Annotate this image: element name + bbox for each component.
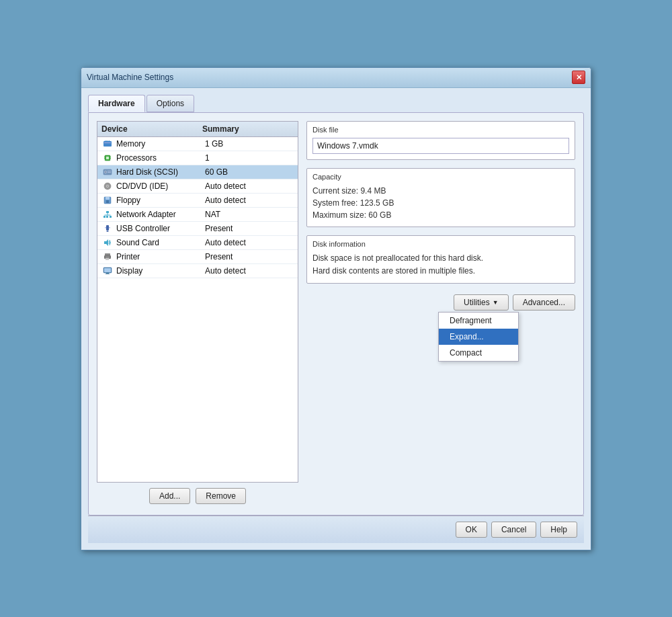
table-row[interactable]: Printer Present bbox=[97, 250, 298, 264]
advanced-button[interactable]: Advanced... bbox=[513, 294, 575, 311]
dropdown-arrow-icon: ▼ bbox=[493, 299, 499, 306]
svg-rect-41 bbox=[106, 274, 110, 274]
svg-rect-40 bbox=[106, 273, 109, 274]
device-summary: 1 bbox=[205, 153, 294, 163]
device-summary: Auto detect bbox=[205, 196, 294, 205]
svg-rect-34 bbox=[105, 253, 110, 255]
close-button[interactable]: ✕ bbox=[572, 71, 585, 84]
table-row[interactable]: USB Controller Present bbox=[97, 222, 298, 236]
svg-rect-10 bbox=[110, 157, 111, 157]
utilities-row: Utilities ▼ Advanced... Defragment Expan… bbox=[306, 292, 575, 313]
svg-rect-24 bbox=[103, 216, 106, 218]
remove-button[interactable]: Remove bbox=[196, 488, 246, 504]
device-name: Printer bbox=[116, 252, 205, 261]
disk-info-section: Disk information Disk space is not preal… bbox=[306, 235, 575, 284]
printer-icon bbox=[101, 252, 114, 261]
sound-icon bbox=[101, 238, 114, 247]
disk-info-label: Disk information bbox=[307, 236, 575, 249]
device-name: Display bbox=[116, 266, 205, 276]
svg-point-14 bbox=[105, 171, 106, 173]
disk-info-line1: Disk space is not preallocated for this … bbox=[312, 252, 569, 265]
harddisk-icon bbox=[101, 167, 114, 177]
cpu-icon bbox=[101, 153, 114, 163]
table-row[interactable]: Floppy Auto detect bbox=[97, 194, 298, 208]
col-summary-header: Summary bbox=[202, 124, 294, 134]
current-size-value: 9.4 MB bbox=[360, 186, 386, 196]
svg-rect-36 bbox=[106, 257, 110, 257]
device-summary: Present bbox=[205, 252, 294, 261]
table-header: Device Summary bbox=[97, 122, 298, 137]
device-name: Memory bbox=[116, 139, 205, 149]
system-free-line: System free: 123.5 GB bbox=[312, 197, 569, 209]
current-size-label: Current size: bbox=[312, 186, 358, 196]
svg-rect-22 bbox=[106, 200, 109, 203]
svg-rect-32 bbox=[109, 227, 110, 229]
svg-rect-31 bbox=[105, 227, 106, 229]
main-panel: Device Summary Memory 1 GB bbox=[88, 112, 584, 516]
svg-rect-2 bbox=[105, 140, 106, 142]
device-summary: 60 GB bbox=[205, 167, 294, 177]
window-body: Hardware Options Device Summary bbox=[81, 88, 591, 550]
table-row[interactable]: Hard Disk (SCSI) 60 GB bbox=[97, 165, 298, 179]
tab-options[interactable]: Options bbox=[146, 95, 194, 112]
svg-rect-37 bbox=[106, 258, 109, 260]
display-icon bbox=[101, 266, 114, 276]
utilities-button[interactable]: Utilities ▼ bbox=[454, 294, 509, 311]
table-row[interactable]: CD/DVD (IDE) Auto detect bbox=[97, 179, 298, 194]
svg-rect-4 bbox=[108, 140, 108, 142]
disk-file-label: Disk file bbox=[307, 122, 575, 135]
svg-rect-3 bbox=[106, 140, 107, 142]
disk-info-line2: Hard disk contents are stored in multipl… bbox=[312, 265, 569, 278]
current-size-line: Current size: 9.4 MB bbox=[312, 185, 569, 197]
device-name: Network Adapter bbox=[116, 210, 205, 219]
add-remove-row: Add... Remove bbox=[97, 483, 298, 507]
utilities-label: Utilities bbox=[464, 298, 490, 307]
device-table: Device Summary Memory 1 GB bbox=[97, 121, 298, 483]
col-device-header: Device bbox=[101, 124, 202, 134]
max-size-label: Maximum size: bbox=[312, 210, 366, 220]
disk-file-input[interactable] bbox=[312, 138, 569, 154]
add-button[interactable]: Add... bbox=[149, 488, 190, 504]
help-button[interactable]: Help bbox=[540, 522, 577, 538]
svg-marker-33 bbox=[104, 239, 108, 246]
disk-info-content: Disk space is not preallocated for this … bbox=[307, 249, 575, 283]
table-row[interactable]: Network Adapter NAT bbox=[97, 208, 298, 222]
right-panel: Disk file Capacity Current size: 9.4 MB bbox=[306, 121, 575, 507]
network-icon bbox=[101, 210, 114, 219]
device-name: Floppy bbox=[116, 196, 205, 205]
table-row[interactable]: Processors 1 bbox=[97, 151, 298, 165]
dropdown-item-compact[interactable]: Compact bbox=[439, 345, 518, 361]
tab-hardware[interactable]: Hardware bbox=[88, 95, 145, 112]
system-free-value: 123.5 GB bbox=[360, 198, 394, 208]
cdrom-icon bbox=[101, 181, 114, 191]
device-name: USB Controller bbox=[116, 224, 205, 233]
device-summary: 1 GB bbox=[205, 139, 294, 149]
device-name: CD/DVD (IDE) bbox=[116, 181, 205, 191]
capacity-section: Capacity Current size: 9.4 MB System fre… bbox=[306, 168, 575, 227]
device-summary: Present bbox=[205, 224, 294, 233]
table-row[interactable]: Memory 1 GB bbox=[97, 137, 298, 151]
device-summary: Auto detect bbox=[205, 266, 294, 276]
ok-button[interactable]: OK bbox=[456, 522, 487, 538]
titlebar: Virtual Machine Settings ✕ bbox=[81, 68, 591, 88]
floppy-icon bbox=[101, 196, 114, 205]
main-window: Virtual Machine Settings ✕ Hardware Opti… bbox=[81, 67, 591, 550]
max-size-value: 60 GB bbox=[368, 210, 391, 220]
dropdown-item-expand[interactable]: Expand... bbox=[439, 329, 518, 345]
dropdown-item-defragment[interactable]: Defragment bbox=[439, 313, 518, 329]
svg-rect-5 bbox=[109, 140, 110, 142]
table-row[interactable]: Display Auto detect bbox=[97, 264, 298, 278]
svg-rect-26 bbox=[110, 216, 112, 218]
table-row[interactable]: Sound Card Auto detect bbox=[97, 236, 298, 250]
svg-rect-29 bbox=[106, 225, 109, 231]
device-name: Hard Disk (SCSI) bbox=[116, 167, 205, 177]
capacity-content: Current size: 9.4 MB System free: 123.5 … bbox=[307, 182, 575, 227]
svg-rect-11 bbox=[110, 158, 111, 159]
cancel-button[interactable]: Cancel bbox=[491, 522, 536, 538]
svg-marker-30 bbox=[106, 231, 109, 232]
usb-icon bbox=[101, 224, 114, 233]
device-panel: Device Summary Memory 1 GB bbox=[97, 121, 298, 507]
device-summary: Auto detect bbox=[205, 181, 294, 191]
tab-bar: Hardware Options bbox=[88, 95, 584, 112]
svg-rect-0 bbox=[103, 141, 112, 147]
